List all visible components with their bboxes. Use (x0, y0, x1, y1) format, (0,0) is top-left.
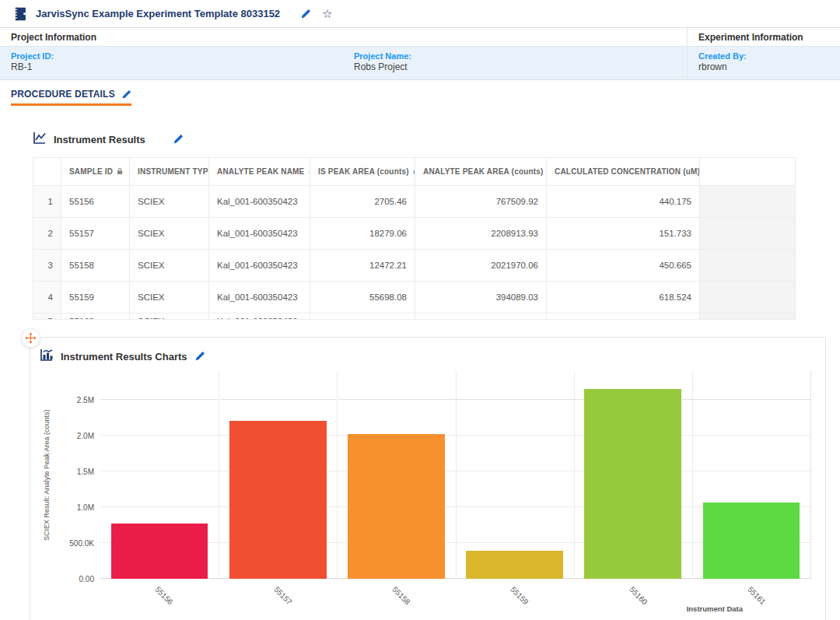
table-cell (415, 314, 547, 320)
table-cell: 55160 (61, 314, 130, 320)
page-title: JarvisSync Example Experiment Template 8… (36, 8, 280, 19)
tab-procedure-details[interactable]: PROCEDURE DETAILS (11, 89, 131, 106)
chart-y-axis-title: SCIEX Result: Analyte Peak Area (counts) (43, 371, 51, 579)
x-tick-label: 55158 (390, 585, 411, 606)
bar-55161[interactable] (703, 503, 800, 579)
table-cell: 2021970.06 (415, 250, 547, 282)
bar-slot (692, 371, 810, 579)
created-by-value: rbrown (698, 61, 747, 72)
table-cell: Kal_001-600350423 (209, 282, 310, 314)
x-tick-label: 55161 (746, 585, 767, 606)
column-header: SAMPLE ID (61, 158, 130, 186)
project-name-label: Project Name: (354, 51, 411, 61)
table-cell: 450.665 (547, 250, 700, 282)
table-cell: 18279.06 (310, 218, 415, 250)
column-header: INSTRUMENT TYPE (130, 158, 209, 186)
project-id-value: RB-1 (11, 61, 354, 72)
table-row: 155156SCIEXKal_001-6003504232705.4676750… (33, 186, 796, 218)
bar-55157[interactable] (229, 421, 327, 579)
bar-55159[interactable] (466, 551, 563, 579)
bar-chart-icon (40, 348, 54, 365)
experiment-information-header: Experiment Information (688, 28, 840, 47)
table-cell: 440.175 (547, 186, 700, 218)
project-id-label: Project ID: (11, 51, 354, 61)
table-cell: 151.733 (547, 218, 700, 250)
bar-55156[interactable] (111, 524, 208, 579)
edit-charts-pencil-icon[interactable] (194, 351, 205, 362)
chart-x-axis-title: Instrument Data (687, 604, 743, 613)
chart-xlabels: Instrument Data 551565515755158551595516… (100, 579, 811, 616)
project-information-section: Project Information Project ID: RB-1 Pro… (0, 28, 688, 79)
table-cell (547, 314, 700, 320)
y-tick-label: 2.0M (77, 431, 94, 440)
experiment-title-bar: JarvisSync Example Experiment Template 8… (0, 0, 840, 28)
bar-slot (219, 371, 337, 579)
table-cell: 2208913.93 (415, 218, 547, 250)
bar-slot (456, 371, 574, 579)
table-cell: Kal_001-600350423 (209, 250, 310, 282)
column-header-label: SAMPLE ID (69, 167, 123, 177)
table-cell: 55159 (61, 282, 130, 314)
row-number-cell: 3 (33, 250, 61, 282)
created-by-field: Created By: rbrown (698, 51, 747, 72)
table-cell: 55158 (61, 250, 130, 282)
results-table-body: 155156SCIEXKal_001-6003504232705.4676750… (33, 186, 796, 320)
y-tick-label: 500.0K (69, 538, 94, 547)
column-header: CALCULATED CONCENTRATION (uM) (547, 158, 700, 186)
table-filler (700, 218, 796, 250)
table-filler (700, 250, 796, 282)
table-filler (700, 314, 796, 320)
chart-plot (100, 371, 811, 579)
notebook-icon (12, 6, 28, 22)
project-id-field: Project ID: RB-1 (11, 51, 354, 72)
table-filler (700, 158, 796, 186)
instrument-results-title: Instrument Results (54, 134, 145, 145)
table-filler (700, 282, 796, 314)
tab-procedure-details-label: PROCEDURE DETAILS (11, 89, 115, 100)
info-panel: Project Information Project ID: RB-1 Pro… (0, 28, 840, 80)
y-tick-label: 1.5M (77, 467, 94, 475)
y-tick-label: 1.0M (77, 503, 94, 511)
row-number-cell: 1 (33, 186, 61, 218)
project-name-field: Project Name: Robs Project (354, 51, 411, 72)
favorite-star-icon[interactable]: ☆ (322, 8, 332, 19)
table-cell: 618.524 (547, 282, 700, 314)
experiment-information-section: Experiment Information Created By: rbrow… (688, 28, 840, 79)
table-cell: 394089.03 (415, 282, 547, 314)
bar-slot (100, 371, 219, 579)
column-header: ANALYTE PEAK AREA (counts) (415, 158, 547, 186)
edit-procedure-pencil-icon[interactable] (121, 89, 131, 100)
column-header: IS PEAK AREA (counts) (310, 158, 415, 186)
project-name-value: Robs Project (354, 61, 411, 72)
table-row: 255157SCIEXKal_001-60035042318279.062208… (33, 218, 796, 250)
table-filler (700, 186, 796, 218)
column-header-label: ANALYTE PEAK NAME (217, 167, 310, 177)
move-arrows-icon[interactable] (21, 328, 40, 348)
table-row: 355158SCIEXKal_001-60035042312472.212021… (33, 250, 796, 282)
table-cell: SCIEX (130, 186, 209, 218)
table-cell: SCIEX (130, 250, 209, 282)
table-cell: 55157 (61, 218, 130, 250)
bar-55158[interactable] (348, 434, 445, 579)
project-information-header: Project Information (0, 28, 687, 47)
bar-55160[interactable] (584, 389, 681, 579)
instrument-results-charts-card: Instrument Results Charts SCIEX Result: … (30, 337, 826, 620)
table-cell: 55156 (61, 186, 130, 218)
table-cell: Kal_001-600350423 (209, 186, 310, 218)
row-number-cell: 2 (33, 218, 61, 250)
bar-slot (337, 371, 455, 579)
results-table: SAMPLE IDINSTRUMENT TYPEANALYTE PEAK NAM… (33, 157, 796, 320)
column-header: ANALYTE PEAK NAME (209, 158, 310, 186)
column-header-label: INSTRUMENT TYPE (138, 167, 209, 177)
edit-title-pencil-icon[interactable] (300, 9, 311, 19)
x-tick-label: 55160 (628, 585, 649, 606)
y-tick-label: 2.5M (77, 395, 94, 404)
instrument-results-section: Instrument Results SAMPLE IDINSTRUMENT T… (33, 131, 795, 320)
row-number-cell: 5 (33, 314, 61, 320)
table-cell: SCIEX (130, 314, 209, 320)
table-cell: SCIEX (130, 218, 209, 250)
table-cell: 2705.46 (310, 186, 415, 218)
edit-results-pencil-icon[interactable] (173, 134, 184, 145)
tab-bar: PROCEDURE DETAILS (0, 80, 840, 106)
table-cell: 767509.92 (415, 186, 547, 218)
